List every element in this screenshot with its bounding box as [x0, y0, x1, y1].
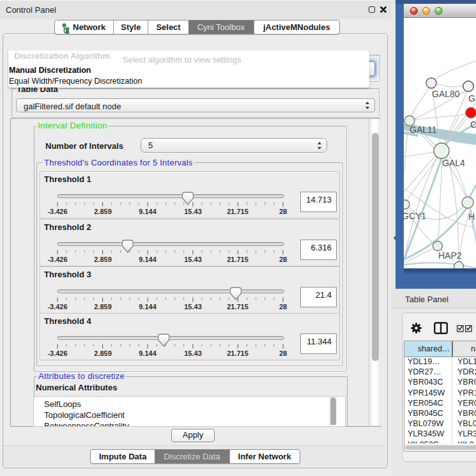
svg-text:GAL11: GAL11: [410, 125, 437, 135]
svg-text:GA: GA: [468, 93, 476, 104]
svg-text:HAP2: HAP2: [438, 250, 462, 261]
svg-text:H: H: [468, 211, 475, 222]
svg-text:GCY1: GCY1: [402, 211, 426, 221]
svg-text:GAL4: GAL4: [442, 158, 465, 168]
svg-text:CY: CY: [470, 119, 476, 130]
svg-text:GAL80: GAL80: [432, 89, 460, 99]
